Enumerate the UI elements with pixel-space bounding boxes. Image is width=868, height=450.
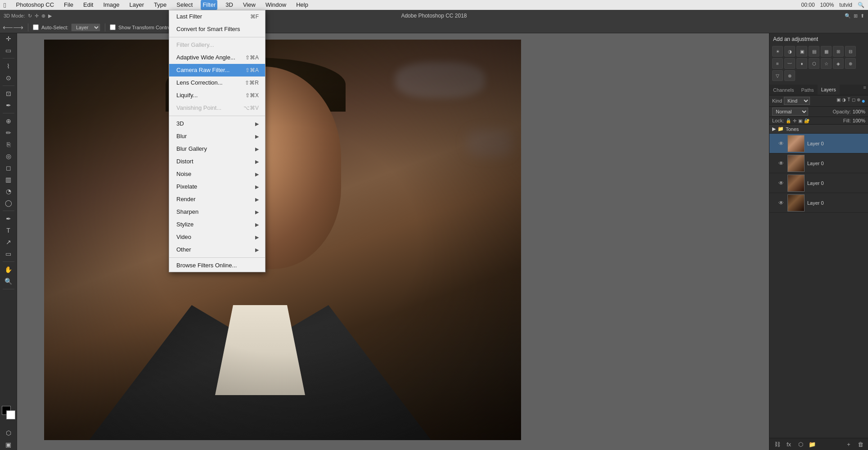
adj-color-balance[interactable]: ⊞ [833,46,844,57]
layer-item-1[interactable]: 👁 ⛓ Layer 0 [769,153,868,173]
menu-3d[interactable]: 3D [224,0,235,10]
history-tool[interactable]: ◎ [2,151,15,162]
menu-item-vanishing-point[interactable]: Vanishing Point... ⌥⌘V [169,102,265,114]
adj-curves[interactable]: ◑ [784,46,795,57]
tab-layers[interactable]: Layers [818,85,840,95]
adj-invert[interactable]: ⬡ [809,58,819,69]
menu-item-convert-smart[interactable]: Convert for Smart Filters [169,23,265,36]
filter-smart-icon[interactable]: ⊕ [857,97,860,104]
auto-select-checkbox[interactable] [33,24,39,30]
menu-edit[interactable]: Edit [81,0,95,10]
color-swatches[interactable] [2,406,15,419]
menu-filter[interactable]: Filter [201,0,217,10]
auto-select-dropdown[interactable]: Layer Group [71,23,100,32]
layer-2-visibility[interactable]: 👁 [778,180,785,186]
path-tool[interactable]: ↗ [2,237,15,248]
layer-3-chain-icon[interactable]: ⛓ [804,199,805,207]
menu-item-browse-online[interactable]: Browse Filters Online... [169,259,265,272]
menu-item-pixelate[interactable]: Pixelate ▶ [169,180,265,193]
menu-file[interactable]: File [62,0,75,10]
hand-tool[interactable]: ✋ [2,264,15,275]
menu-item-distort[interactable]: Distort ▶ [169,155,265,168]
menu-item-filter-gallery[interactable]: Filter Gallery... [169,39,265,51]
menu-item-last-filter[interactable]: Last Filter ⌘F [169,10,265,23]
tab-paths[interactable]: Paths [797,85,817,95]
adj-selective-color[interactable]: ▽ [772,70,783,81]
lock-artboard-icon[interactable]: ▣ [798,118,802,123]
menu-layer[interactable]: Layer [128,0,146,10]
layer-1-visibility[interactable]: 👁 [778,160,785,166]
adj-levels[interactable]: ⊗ [784,70,795,81]
arrange-icon[interactable]: ⊞ [854,13,858,19]
menu-item-blur[interactable]: Blur ▶ [169,130,265,143]
menu-item-stylize[interactable]: Stylize ▶ [169,218,265,231]
filter-toggle[interactable]: ● [862,97,865,104]
zoom-tool[interactable]: 🔍 [2,276,15,287]
adj-color-lookup[interactable]: ♦ [796,58,807,69]
layer-item-3[interactable]: 👁 ⛓ Layer 0 [769,193,868,213]
adj-hsl[interactable]: ▦ [821,46,832,57]
layer-item-2[interactable]: 👁 Layer 0 [769,173,868,193]
layer-0-visibility[interactable]: 👁 [778,140,785,147]
lasso-tool[interactable]: ⌇ [2,61,15,72]
add-style-button[interactable]: fx [784,440,794,449]
eraser-tool[interactable]: ◻ [2,162,15,173]
adj-exposure[interactable]: ▣ [796,46,807,57]
layer-3-visibility[interactable]: 👁 [778,200,785,206]
filter-pixel-icon[interactable]: ▣ [837,97,841,104]
layer-0-chain-icon[interactable]: ⛓ [804,140,805,148]
opacity-value[interactable]: 100% [853,109,865,114]
layers-panel-menu[interactable]: ≡ [864,85,868,95]
quick-select-tool[interactable]: ⊙ [2,72,15,83]
adj-vibrance[interactable]: ▤ [809,46,819,57]
show-transform-checkbox[interactable] [110,24,116,30]
shape-tool[interactable]: ▭ [2,248,15,259]
blur-tool[interactable]: ◔ [2,186,15,197]
link-layers-button[interactable]: ⛓ [772,440,782,449]
brush-tool[interactable]: ✏ [2,127,15,138]
dodge-tool[interactable]: ◯ [2,198,15,208]
adj-bw[interactable]: ⊟ [845,46,856,57]
mode-icon-record[interactable]: ▶ [48,13,52,19]
menu-help[interactable]: Help [294,0,310,10]
menu-item-other[interactable]: Other ▶ [169,243,265,256]
menu-item-liquify[interactable]: Liquify... ⇧⌘X [169,89,265,102]
new-group-button[interactable]: 📁 [807,440,817,449]
menu-item-sharpen[interactable]: Sharpen ▶ [169,206,265,218]
add-mask-button[interactable]: ⬡ [796,440,805,449]
menu-item-3d[interactable]: 3D ▶ [169,117,265,130]
menu-item-noise[interactable]: Noise ▶ [169,168,265,180]
filter-text-icon[interactable]: T [847,97,850,104]
crop-tool[interactable]: ⊡ [2,88,15,99]
menu-image[interactable]: Image [101,0,121,10]
delete-layer-button[interactable]: 🗑 [855,440,865,449]
kind-dropdown[interactable]: Kind Name Effect [784,97,810,105]
new-layer-button[interactable]: + [844,440,854,449]
selection-tool[interactable]: ▭ [2,45,15,56]
mode-icon-move[interactable]: ✛ [35,13,39,19]
layer-1-chain-icon[interactable]: ⛓ [804,160,805,168]
fill-value[interactable]: 100% [853,118,865,123]
screen-mode-tool[interactable]: ▣ [2,439,15,450]
mode-icon-scale[interactable]: ⊕ [41,13,45,19]
menu-photoshop[interactable]: Photoshop CC [14,0,56,10]
filter-shape-icon[interactable]: ◻ [852,97,855,104]
search-icon-title[interactable]: 🔍 [845,13,851,19]
tab-channels[interactable]: Channels [769,85,797,95]
move-tool[interactable]: ✛ [2,33,15,44]
menu-item-lens-correction[interactable]: Lens Correction... ⇧⌘R [169,76,265,89]
menu-window[interactable]: Window [264,0,288,10]
menu-view[interactable]: View [241,0,257,10]
apple-logo-icon[interactable]:  [4,1,6,9]
adj-channel-mixer[interactable]: 〰 [784,58,795,69]
gradient-tool[interactable]: ▥ [2,174,15,185]
menu-item-video[interactable]: Video ▶ [169,231,265,243]
menu-select[interactable]: Select [175,0,194,10]
adj-threshold[interactable]: ◈ [833,58,844,69]
menu-item-camera-raw[interactable]: Camera Raw Filter... ⇧⌘A [169,64,265,76]
healing-tool[interactable]: ⊕ [2,116,15,126]
lock-pixels-icon[interactable]: 🔒 [786,118,791,123]
clone-tool[interactable]: ⎘ [2,139,15,150]
menu-item-blur-gallery[interactable]: Blur Gallery ▶ [169,143,265,155]
lock-all-icon[interactable]: 🔐 [804,118,810,123]
